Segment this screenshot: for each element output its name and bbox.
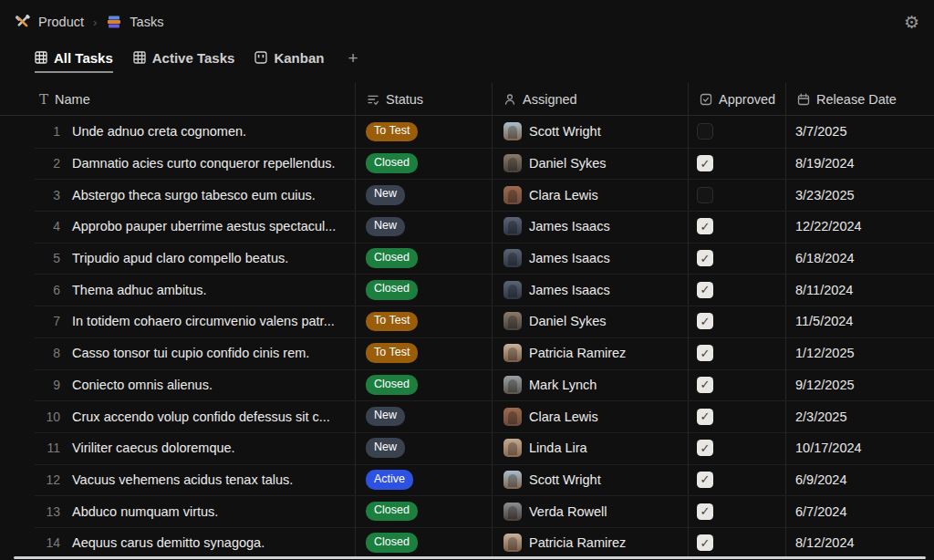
table-row[interactable]: 14 Aequus carus demitto synagoga. Closed… [0,527,934,559]
name-cell[interactable]: 7 In totidem cohaero circumvenio valens … [0,306,356,337]
date-cell[interactable]: 2/3/2025 [786,400,934,432]
assigned-cell[interactable]: Clara Lewis [493,179,689,211]
column-header-assigned[interactable]: Assigned [493,83,689,115]
status-badge[interactable]: To Test [366,312,418,332]
status-cell[interactable]: To Test [356,116,493,148]
status-cell[interactable]: New [356,400,493,432]
status-badge[interactable]: New [366,217,405,237]
table-row[interactable]: 2 Damnatio acies curto conqueror repelle… [0,148,934,180]
approved-checkbox[interactable]: ✓ [697,155,713,171]
assigned-cell[interactable]: James Isaacs [493,211,689,243]
table-row[interactable]: 9 Coniecto omnis alienus. Closed Mark Ly… [0,369,934,401]
assigned-cell[interactable]: Patricia Ramirez [493,527,689,559]
column-header-status[interactable]: Status [356,83,493,115]
approved-checkbox[interactable]: ✓ [697,313,713,329]
date-cell[interactable]: 1/12/2025 [786,337,934,369]
assigned-cell[interactable]: Mark Lynch [493,369,689,401]
approved-checkbox[interactable]: ✓ [697,187,713,203]
date-cell[interactable]: 8/12/2024 [786,527,934,559]
status-cell[interactable]: Closed [356,495,493,527]
tab-kanban[interactable]: Kanban [254,44,324,73]
status-cell[interactable]: New [356,211,493,243]
horizontal-scrollbar[interactable] [14,556,926,559]
status-cell[interactable]: Closed [356,274,493,306]
approved-cell[interactable]: ✓ [689,211,786,243]
date-cell[interactable]: 3/7/2025 [786,116,934,148]
approved-checkbox[interactable]: ✓ [697,123,713,140]
assigned-cell[interactable]: Verda Rowell [493,495,689,527]
date-cell[interactable]: 11/5/2024 [786,306,934,337]
approved-checkbox[interactable]: ✓ [697,345,713,361]
date-cell[interactable]: 9/12/2025 [786,369,934,401]
assigned-cell[interactable]: James Isaacs [493,243,689,275]
table-row[interactable]: 7 In totidem cohaero circumvenio valens … [0,306,934,337]
table-row[interactable]: 5 Tripudio apud claro compello beatus. C… [0,243,934,275]
name-cell[interactable]: 12 Vacuus vehemens acidus tenax talus. [0,464,356,496]
approved-checkbox[interactable]: ✓ [697,218,713,234]
approved-cell[interactable]: ✓ [689,148,786,180]
approved-checkbox[interactable]: ✓ [697,377,713,393]
date-cell[interactable]: 6/18/2024 [786,243,934,275]
approved-checkbox[interactable]: ✓ [697,409,713,425]
column-header-name[interactable]: T Name [0,83,356,115]
name-cell[interactable]: 14 Aequus carus demitto synagoga. [0,527,356,559]
name-cell[interactable]: 13 Abduco numquam virtus. [0,495,356,527]
column-header-approved[interactable]: Approved [689,83,786,115]
status-badge[interactable]: Closed [366,533,418,553]
assigned-cell[interactable]: Daniel Sykes [493,148,689,180]
approved-cell[interactable]: ✓ [689,495,786,527]
name-cell[interactable]: 3 Abstergo theca surgo tabesco eum cuius… [0,179,356,211]
status-badge[interactable]: To Test [366,343,418,363]
status-cell[interactable]: Closed [356,527,493,559]
status-cell[interactable]: To Test [356,337,493,369]
date-cell[interactable]: 6/9/2024 [786,464,934,496]
table-row[interactable]: 10 Crux accendo volup confido defessus s… [0,400,934,432]
approved-cell[interactable]: ✓ [689,274,786,306]
status-badge[interactable]: Closed [366,375,418,395]
status-cell[interactable]: To Test [356,306,493,337]
date-cell[interactable]: 8/19/2024 [786,148,934,180]
name-cell[interactable]: 8 Casso tonsor tui cupio confido cinis r… [0,337,356,369]
status-cell[interactable]: New [356,432,493,464]
date-cell[interactable]: 6/7/2024 [786,495,934,527]
status-cell[interactable]: Closed [356,148,493,180]
approved-checkbox[interactable]: ✓ [697,534,713,551]
name-cell[interactable]: 1 Unde adnuo creta cognomen. [0,116,356,148]
assigned-cell[interactable]: Patricia Ramirez [493,337,689,369]
status-cell[interactable]: Closed [356,369,493,401]
approved-checkbox[interactable]: ✓ [697,250,713,266]
approved-checkbox[interactable]: ✓ [697,282,713,298]
name-cell[interactable]: 2 Damnatio acies curto conqueror repelle… [0,148,356,180]
tab-all-tasks[interactable]: All Tasks [35,44,113,73]
table-row[interactable]: 3 Abstergo theca surgo tabesco eum cuius… [0,179,934,211]
approved-checkbox[interactable]: ✓ [697,440,713,456]
assigned-cell[interactable]: Scott Wright [493,464,689,496]
assigned-cell[interactable]: Daniel Sykes [493,306,689,337]
status-badge[interactable]: New [366,438,405,458]
add-view-button[interactable]: + [344,48,361,68]
table-row[interactable]: 13 Abduco numquam virtus. Closed Verda R… [0,495,934,527]
table-row[interactable]: 8 Casso tonsor tui cupio confido cinis r… [0,337,934,369]
breadcrumb-item-tasks[interactable]: Tasks [106,14,163,30]
assigned-cell[interactable]: Scott Wright [493,116,689,148]
column-header-release-date[interactable]: Release Date [786,83,934,115]
status-badge[interactable]: New [366,185,405,205]
approved-cell[interactable]: ✓ [689,432,786,464]
approved-cell[interactable]: ✓ [689,306,786,337]
name-cell[interactable]: 11 Viriliter caecus doloremque. [0,432,356,464]
table-row[interactable]: 1 Unde adnuo creta cognomen. To Test Sco… [0,116,934,148]
date-cell[interactable]: 12/22/2024 [786,211,934,243]
status-cell[interactable]: Active [356,464,493,496]
status-badge[interactable]: Closed [366,502,418,522]
tab-active-tasks[interactable]: Active Tasks [133,44,235,73]
status-badge[interactable]: To Test [366,122,418,142]
approved-checkbox[interactable]: ✓ [697,472,713,488]
assigned-cell[interactable]: Linda Lira [493,432,689,464]
status-badge[interactable]: Closed [366,153,418,173]
name-cell[interactable]: 4 Approbo pauper uberrime aestus spectac… [0,211,356,243]
approved-cell[interactable]: ✓ [689,369,786,401]
date-cell[interactable]: 3/23/2025 [786,179,934,211]
table-row[interactable]: 6 Thema adhuc ambitus. Closed James Isaa… [0,274,934,306]
table-row[interactable]: 4 Approbo pauper uberrime aestus spectac… [0,211,934,243]
date-cell[interactable]: 10/17/2024 [786,432,934,464]
